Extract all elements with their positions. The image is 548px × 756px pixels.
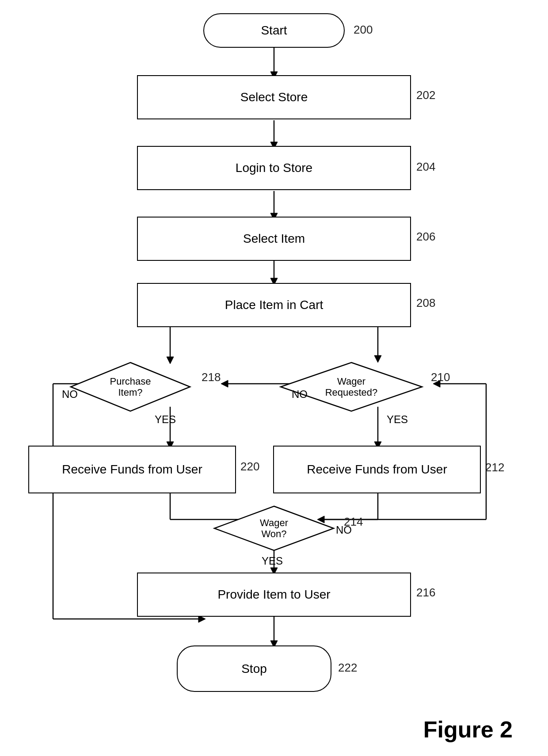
place-cart-ref: 208 xyxy=(416,296,435,310)
svg-text:Requested?: Requested? xyxy=(325,387,378,398)
receive-funds-wager-label: Receive Funds from User xyxy=(307,462,447,477)
stop-ref: 222 xyxy=(338,661,357,675)
login-store-ref: 204 xyxy=(416,160,435,174)
receive-funds-purchase-label: Receive Funds from User xyxy=(62,462,202,477)
svg-text:Wager: Wager xyxy=(260,517,288,528)
login-store-node: Login to Store xyxy=(137,146,411,190)
purchase-item-ref: 218 xyxy=(202,370,221,384)
wager-won-no-label: NO xyxy=(336,524,352,536)
stop-node: Stop xyxy=(177,645,331,692)
receive-funds-wager-node: Receive Funds from User xyxy=(273,446,481,493)
svg-marker-15 xyxy=(221,380,228,387)
svg-text:Purchase: Purchase xyxy=(110,376,151,387)
select-store-ref: 202 xyxy=(416,88,435,102)
stop-label: Stop xyxy=(241,662,267,676)
wager-won-yes-label: YES xyxy=(262,555,283,567)
select-item-ref: 206 xyxy=(416,230,435,244)
svg-text:Wager: Wager xyxy=(337,376,365,387)
select-store-label: Select Store xyxy=(240,90,308,104)
svg-text:Item?: Item? xyxy=(118,387,142,398)
select-item-label: Select Item xyxy=(243,232,305,246)
place-cart-label: Place Item in Cart xyxy=(225,298,323,312)
purchase-yes-label: YES xyxy=(155,413,176,426)
receive-funds-purchase-ref: 220 xyxy=(240,460,259,473)
wager-requested-diamond: Wager Requested? xyxy=(278,360,424,413)
figure-label: Figure 2 xyxy=(423,716,513,743)
wager-requested-ref: 210 xyxy=(431,370,450,384)
login-store-label: Login to Store xyxy=(236,161,312,175)
provide-item-node: Provide Item to User xyxy=(137,573,411,617)
svg-text:Won?: Won? xyxy=(261,528,286,539)
start-ref: 200 xyxy=(354,23,373,37)
wager-no-label: NO xyxy=(292,388,308,401)
place-cart-node: Place Item in Cart xyxy=(137,283,411,327)
select-store-node: Select Store xyxy=(137,75,411,119)
provide-item-label: Provide Item to User xyxy=(217,588,330,602)
wager-yes-label: YES xyxy=(387,413,408,426)
purchase-item-diamond: Purchase Item? xyxy=(68,360,192,413)
receive-funds-purchase-node: Receive Funds from User xyxy=(28,446,236,493)
receive-funds-wager-ref: 212 xyxy=(485,461,504,474)
purchase-no-label: NO xyxy=(62,388,78,401)
start-label: Start xyxy=(261,23,287,38)
select-item-node: Select Item xyxy=(137,217,411,261)
wager-won-diamond: Wager Won? xyxy=(212,504,336,553)
start-node: Start xyxy=(203,13,345,48)
provide-item-ref: 216 xyxy=(416,586,435,599)
